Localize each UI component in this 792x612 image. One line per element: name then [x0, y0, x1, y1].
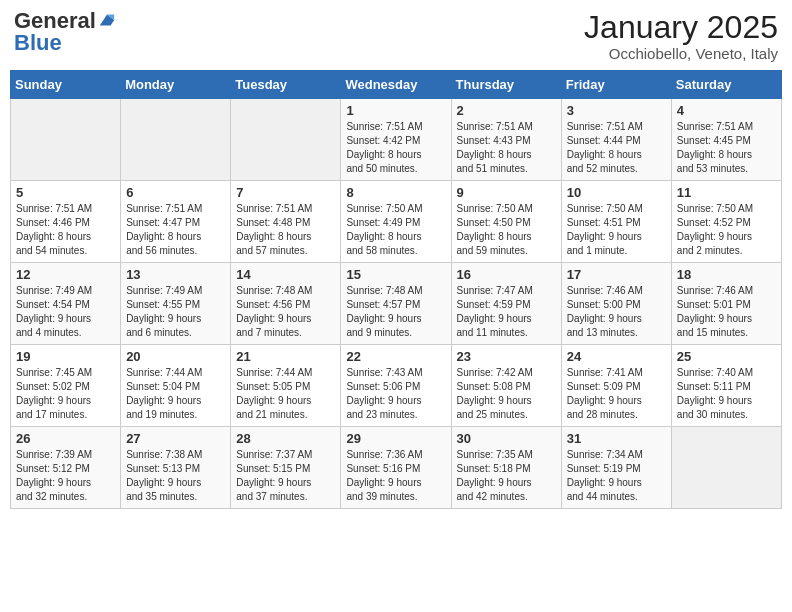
calendar-cell: 12Sunrise: 7:49 AM Sunset: 4:54 PM Dayli… [11, 263, 121, 345]
logo-blue: Blue [14, 30, 62, 55]
day-info: Sunrise: 7:39 AM Sunset: 5:12 PM Dayligh… [16, 448, 115, 504]
calendar-cell [671, 427, 781, 509]
day-info: Sunrise: 7:51 AM Sunset: 4:48 PM Dayligh… [236, 202, 335, 258]
day-info: Sunrise: 7:49 AM Sunset: 4:54 PM Dayligh… [16, 284, 115, 340]
day-info: Sunrise: 7:51 AM Sunset: 4:46 PM Dayligh… [16, 202, 115, 258]
calendar-cell: 20Sunrise: 7:44 AM Sunset: 5:04 PM Dayli… [121, 345, 231, 427]
col-header-saturday: Saturday [671, 71, 781, 99]
calendar-cell [231, 99, 341, 181]
col-header-friday: Friday [561, 71, 671, 99]
day-number: 17 [567, 267, 666, 282]
day-info: Sunrise: 7:50 AM Sunset: 4:49 PM Dayligh… [346, 202, 445, 258]
calendar-cell: 1Sunrise: 7:51 AM Sunset: 4:42 PM Daylig… [341, 99, 451, 181]
day-info: Sunrise: 7:37 AM Sunset: 5:15 PM Dayligh… [236, 448, 335, 504]
calendar-cell: 28Sunrise: 7:37 AM Sunset: 5:15 PM Dayli… [231, 427, 341, 509]
day-info: Sunrise: 7:34 AM Sunset: 5:19 PM Dayligh… [567, 448, 666, 504]
calendar-cell: 21Sunrise: 7:44 AM Sunset: 5:05 PM Dayli… [231, 345, 341, 427]
calendar-cell [11, 99, 121, 181]
day-number: 2 [457, 103, 556, 118]
day-info: Sunrise: 7:44 AM Sunset: 5:05 PM Dayligh… [236, 366, 335, 422]
day-number: 25 [677, 349, 776, 364]
col-header-tuesday: Tuesday [231, 71, 341, 99]
day-info: Sunrise: 7:44 AM Sunset: 5:04 PM Dayligh… [126, 366, 225, 422]
calendar-cell: 25Sunrise: 7:40 AM Sunset: 5:11 PM Dayli… [671, 345, 781, 427]
title-block: January 2025 Occhiobello, Veneto, Italy [584, 10, 778, 62]
day-number: 22 [346, 349, 445, 364]
calendar-cell: 19Sunrise: 7:45 AM Sunset: 5:02 PM Dayli… [11, 345, 121, 427]
calendar-cell: 18Sunrise: 7:46 AM Sunset: 5:01 PM Dayli… [671, 263, 781, 345]
calendar-cell: 16Sunrise: 7:47 AM Sunset: 4:59 PM Dayli… [451, 263, 561, 345]
day-number: 16 [457, 267, 556, 282]
day-number: 31 [567, 431, 666, 446]
calendar-cell: 6Sunrise: 7:51 AM Sunset: 4:47 PM Daylig… [121, 181, 231, 263]
day-info: Sunrise: 7:42 AM Sunset: 5:08 PM Dayligh… [457, 366, 556, 422]
day-info: Sunrise: 7:50 AM Sunset: 4:51 PM Dayligh… [567, 202, 666, 258]
day-number: 18 [677, 267, 776, 282]
calendar-cell: 11Sunrise: 7:50 AM Sunset: 4:52 PM Dayli… [671, 181, 781, 263]
week-row-5: 26Sunrise: 7:39 AM Sunset: 5:12 PM Dayli… [11, 427, 782, 509]
day-number: 27 [126, 431, 225, 446]
week-row-3: 12Sunrise: 7:49 AM Sunset: 4:54 PM Dayli… [11, 263, 782, 345]
day-number: 12 [16, 267, 115, 282]
day-info: Sunrise: 7:46 AM Sunset: 5:01 PM Dayligh… [677, 284, 776, 340]
calendar-cell: 14Sunrise: 7:48 AM Sunset: 4:56 PM Dayli… [231, 263, 341, 345]
day-info: Sunrise: 7:50 AM Sunset: 4:52 PM Dayligh… [677, 202, 776, 258]
calendar-cell: 4Sunrise: 7:51 AM Sunset: 4:45 PM Daylig… [671, 99, 781, 181]
day-info: Sunrise: 7:40 AM Sunset: 5:11 PM Dayligh… [677, 366, 776, 422]
week-row-1: 1Sunrise: 7:51 AM Sunset: 4:42 PM Daylig… [11, 99, 782, 181]
day-info: Sunrise: 7:47 AM Sunset: 4:59 PM Dayligh… [457, 284, 556, 340]
calendar-cell: 7Sunrise: 7:51 AM Sunset: 4:48 PM Daylig… [231, 181, 341, 263]
day-number: 4 [677, 103, 776, 118]
day-info: Sunrise: 7:51 AM Sunset: 4:47 PM Dayligh… [126, 202, 225, 258]
day-number: 26 [16, 431, 115, 446]
col-header-wednesday: Wednesday [341, 71, 451, 99]
calendar-cell: 27Sunrise: 7:38 AM Sunset: 5:13 PM Dayli… [121, 427, 231, 509]
day-info: Sunrise: 7:50 AM Sunset: 4:50 PM Dayligh… [457, 202, 556, 258]
calendar-cell: 10Sunrise: 7:50 AM Sunset: 4:51 PM Dayli… [561, 181, 671, 263]
logo-general: General [14, 10, 96, 32]
day-number: 6 [126, 185, 225, 200]
day-info: Sunrise: 7:46 AM Sunset: 5:00 PM Dayligh… [567, 284, 666, 340]
day-number: 9 [457, 185, 556, 200]
calendar-cell: 29Sunrise: 7:36 AM Sunset: 5:16 PM Dayli… [341, 427, 451, 509]
day-number: 13 [126, 267, 225, 282]
day-number: 15 [346, 267, 445, 282]
calendar-cell: 17Sunrise: 7:46 AM Sunset: 5:00 PM Dayli… [561, 263, 671, 345]
day-number: 29 [346, 431, 445, 446]
calendar-cell: 8Sunrise: 7:50 AM Sunset: 4:49 PM Daylig… [341, 181, 451, 263]
day-info: Sunrise: 7:35 AM Sunset: 5:18 PM Dayligh… [457, 448, 556, 504]
day-number: 7 [236, 185, 335, 200]
day-info: Sunrise: 7:48 AM Sunset: 4:56 PM Dayligh… [236, 284, 335, 340]
calendar-cell: 13Sunrise: 7:49 AM Sunset: 4:55 PM Dayli… [121, 263, 231, 345]
week-row-2: 5Sunrise: 7:51 AM Sunset: 4:46 PM Daylig… [11, 181, 782, 263]
calendar-cell: 30Sunrise: 7:35 AM Sunset: 5:18 PM Dayli… [451, 427, 561, 509]
calendar-cell: 31Sunrise: 7:34 AM Sunset: 5:19 PM Dayli… [561, 427, 671, 509]
calendar-cell: 22Sunrise: 7:43 AM Sunset: 5:06 PM Dayli… [341, 345, 451, 427]
day-number: 5 [16, 185, 115, 200]
day-number: 23 [457, 349, 556, 364]
day-number: 3 [567, 103, 666, 118]
calendar-cell: 2Sunrise: 7:51 AM Sunset: 4:43 PM Daylig… [451, 99, 561, 181]
day-number: 8 [346, 185, 445, 200]
day-number: 10 [567, 185, 666, 200]
day-number: 14 [236, 267, 335, 282]
day-number: 19 [16, 349, 115, 364]
calendar-cell [121, 99, 231, 181]
location: Occhiobello, Veneto, Italy [584, 45, 778, 62]
calendar-cell: 26Sunrise: 7:39 AM Sunset: 5:12 PM Dayli… [11, 427, 121, 509]
month-title: January 2025 [584, 10, 778, 45]
day-info: Sunrise: 7:38 AM Sunset: 5:13 PM Dayligh… [126, 448, 225, 504]
day-info: Sunrise: 7:51 AM Sunset: 4:45 PM Dayligh… [677, 120, 776, 176]
day-number: 11 [677, 185, 776, 200]
calendar-table: SundayMondayTuesdayWednesdayThursdayFrid… [10, 70, 782, 509]
day-info: Sunrise: 7:36 AM Sunset: 5:16 PM Dayligh… [346, 448, 445, 504]
day-info: Sunrise: 7:51 AM Sunset: 4:43 PM Dayligh… [457, 120, 556, 176]
week-row-4: 19Sunrise: 7:45 AM Sunset: 5:02 PM Dayli… [11, 345, 782, 427]
logo-icon [98, 11, 116, 29]
calendar-cell: 5Sunrise: 7:51 AM Sunset: 4:46 PM Daylig… [11, 181, 121, 263]
day-number: 20 [126, 349, 225, 364]
day-info: Sunrise: 7:45 AM Sunset: 5:02 PM Dayligh… [16, 366, 115, 422]
day-info: Sunrise: 7:51 AM Sunset: 4:42 PM Dayligh… [346, 120, 445, 176]
page-header: General Blue January 2025 Occhiobello, V… [10, 10, 782, 62]
col-header-thursday: Thursday [451, 71, 561, 99]
